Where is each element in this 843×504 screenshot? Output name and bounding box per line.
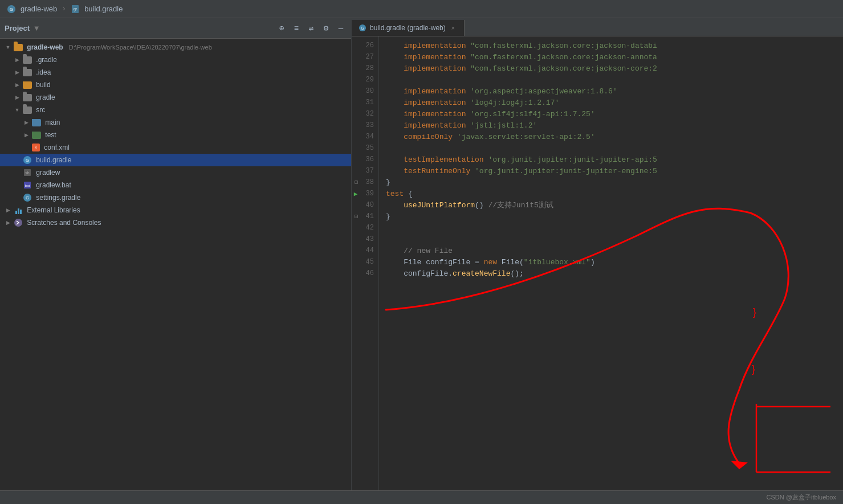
tree-item-build-gradle[interactable]: G build.gradle [0, 154, 351, 166]
scroll-from-source-button[interactable]: ≡ [291, 23, 302, 34]
tree-item-gradle-web[interactable]: ▼ gradle-web D:\ProgramWorkSpace\IDEA\20… [0, 41, 351, 54]
code-line-26: implementation "com.fasterxml.jackson.co… [386, 40, 836, 51]
code-line-45: File configFile = new File("itbluebox.xm… [386, 256, 836, 268]
main-layout: Project ▼ ⊕ ≡ ⇌ ⚙ — ▼ gradle-web D:\Prog… [0, 18, 843, 490]
code-line-36: testImplementation 'org.junit.jupiter:ju… [386, 154, 836, 165]
tree-item-gradlew-bat[interactable]: bat gradlew.bat [0, 179, 351, 191]
folder-icon-test [32, 132, 41, 139]
tree-item-external-libraries[interactable]: ▶ External Libraries [0, 204, 351, 216]
editor-content: 26 27 28 29 30 31 32 33 34 35 36 37 ⊟ 38… [352, 36, 843, 490]
line-numbers: 26 27 28 29 30 31 32 33 34 35 36 37 ⊟ 38… [352, 36, 379, 490]
expand-arrow-ext: ▶ [5, 207, 11, 214]
tree-item-scratches[interactable]: ▶ Scratches and Consoles [0, 216, 351, 229]
code-line-43 [386, 233, 836, 245]
line-36: 36 [352, 154, 378, 165]
collapse-button[interactable]: ⇌ [306, 23, 317, 34]
folder-icon-src [23, 106, 32, 114]
svg-text:G: G [26, 158, 29, 163]
line-46: 46 [352, 268, 378, 279]
tree-item-src[interactable]: ▼ src [0, 104, 351, 116]
code-line-34: compileOnly 'javax.servlet:servlet-api:2… [386, 131, 836, 142]
line-32: 32 [352, 108, 378, 120]
tree-item-gradlew[interactable]: sh gradlew [0, 166, 351, 179]
folder-icon-dotgradle [23, 56, 32, 64]
line-38: ⊟ 38 [352, 177, 378, 188]
code-line-32: implementation 'org.slf4j:slf4j-api:1.7.… [386, 108, 836, 120]
expand-arrow-gradle: ▶ [14, 94, 21, 101]
code-line-38: } [386, 177, 836, 188]
gradlew-icon: sh [23, 168, 32, 177]
code-line-40: useJUnitPlatform() //支持Junit5测试 [386, 199, 836, 211]
line-41: ⊟ 41 [352, 211, 378, 222]
svg-text:G: G [26, 195, 29, 200]
sidebar-tree: ▼ gradle-web D:\ProgramWorkSpace\IDEA\20… [0, 39, 351, 490]
title-separator: › [62, 5, 66, 13]
line-30: 30 [352, 85, 378, 97]
gradle-icon: G [7, 5, 16, 14]
editor-tabs: G build.gradle (gradle-web) × [352, 18, 843, 36]
code-line-30: implementation 'org.aspectj:aspectjweave… [386, 85, 836, 97]
expand-arrow-dotgradle: ▶ [14, 56, 21, 63]
editor: G build.gradle (gradle-web) × 26 27 28 2… [352, 18, 843, 490]
add-button[interactable]: ⊕ [276, 23, 287, 34]
bat-icon: bat [23, 181, 32, 190]
svg-text:bat: bat [25, 184, 30, 187]
tree-item-settings-gradle[interactable]: G settings.gradle [0, 191, 351, 204]
tree-item-dotidea[interactable]: ▶ .idea [0, 66, 351, 79]
code-line-31: implementation 'log4j:log4j:1.2.17' [386, 97, 836, 108]
expand-arrow-test: ▶ [23, 132, 30, 138]
line-45: 45 [352, 256, 378, 268]
tree-item-gradle[interactable]: ▶ gradle [0, 91, 351, 104]
expand-arrow-build: ▶ [14, 81, 21, 88]
ext-lib-icon [14, 206, 23, 214]
gradle-file-icon: G [23, 155, 32, 165]
tree-item-conf-xml[interactable]: X conf.xml [0, 141, 351, 154]
svg-text:G: G [10, 7, 13, 12]
sidebar-header: Project ▼ ⊕ ≡ ⇌ ⚙ — [0, 18, 351, 39]
folder-icon-dotidea [23, 69, 32, 76]
sidebar-toolbar: ⊕ ≡ ⇌ ⚙ — [276, 23, 347, 34]
line-29: 29 [352, 74, 378, 85]
tab-label: build.gradle (gradle-web) [370, 24, 446, 32]
line-28: 28 [352, 63, 378, 74]
line-34: 34 [352, 131, 378, 142]
expand-arrow-dotidea: ▶ [14, 69, 21, 76]
tree-item-build[interactable]: ▶ build [0, 79, 351, 91]
code-line-42 [386, 222, 836, 233]
file-name: build.gradle [84, 5, 123, 13]
fold-icon-41: ⊟ [353, 213, 360, 220]
line-44: 44 [352, 245, 378, 256]
editor-tab-build-gradle[interactable]: G build.gradle (gradle-web) × [352, 20, 465, 36]
expand-arrow-main: ▶ [23, 119, 30, 126]
bottom-bar: CSDN @蓝盒子itbluebox [0, 490, 843, 504]
settings-gradle-icon: G [23, 193, 32, 202]
code-line-35 [386, 142, 836, 154]
tree-item-main[interactable]: ▶ main [0, 116, 351, 129]
code-line-27: implementation "com.fasterxml.jackson.co… [386, 51, 836, 63]
code-line-46: configFile.createNewFile(); [386, 268, 836, 279]
xml-icon: X [32, 144, 40, 151]
code-area[interactable]: implementation "com.fasterxml.jackson.co… [379, 36, 843, 490]
hide-button[interactable]: — [335, 23, 347, 34]
svg-text:gr: gr [74, 7, 78, 11]
tab-close-button[interactable]: × [449, 24, 457, 32]
expand-arrow-scratch: ▶ [5, 219, 11, 226]
svg-text:G: G [361, 26, 364, 30]
scratch-icon [14, 218, 23, 227]
line-37: 37 [352, 165, 378, 177]
fold-icon-38: ⊟ [353, 179, 360, 186]
line-40: 40 [352, 199, 378, 211]
code-line-39: test { [386, 188, 836, 199]
folder-icon-main [32, 119, 41, 126]
svg-text:sh: sh [25, 171, 30, 175]
line-26: 26 [352, 40, 378, 51]
folder-icon [14, 44, 23, 51]
file-icon-title: gr [71, 5, 80, 14]
title-bar: G gradle-web › gr build.gradle [0, 0, 843, 18]
sidebar-title: Project ▼ [5, 24, 271, 32]
expand-arrow: ▼ [5, 44, 11, 51]
settings-button[interactable]: ⚙ [320, 23, 332, 34]
tree-item-test[interactable]: ▶ test [0, 129, 351, 141]
tree-item-dotgradle[interactable]: ▶ .gradle [0, 54, 351, 66]
line-27: 27 [352, 51, 378, 63]
